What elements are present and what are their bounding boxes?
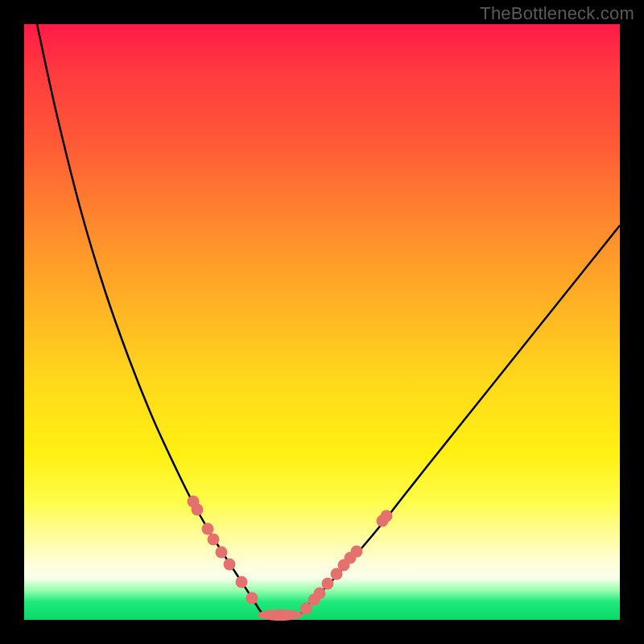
data-point: [236, 576, 248, 588]
chart-plot-area: [24, 24, 620, 620]
data-point: [202, 523, 214, 535]
data-point: [216, 547, 228, 559]
data-point: [224, 559, 236, 571]
data-point: [314, 588, 326, 600]
data-point: [246, 592, 258, 605]
data-points-left: [188, 496, 258, 605]
chart-frame: TheBottleneck.com: [0, 0, 644, 644]
left-branch-curve: [37, 24, 264, 616]
watermark-text: TheBottleneck.com: [480, 3, 634, 24]
data-points-right: [300, 510, 393, 615]
data-point: [322, 578, 334, 590]
chart-svg: [24, 24, 620, 620]
data-point: [208, 534, 220, 546]
plateau-blob: [258, 609, 303, 621]
data-point: [351, 546, 363, 558]
data-point: [381, 510, 393, 522]
data-point: [192, 504, 204, 516]
